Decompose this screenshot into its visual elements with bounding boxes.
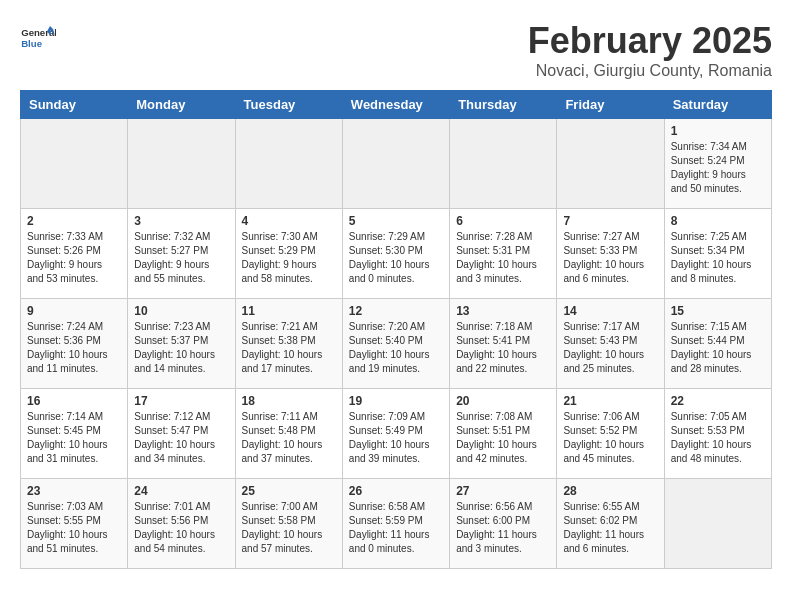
day-info: Sunrise: 7:05 AM Sunset: 5:53 PM Dayligh… <box>671 410 765 466</box>
day-info: Sunrise: 7:25 AM Sunset: 5:34 PM Dayligh… <box>671 230 765 286</box>
day-number: 22 <box>671 394 765 408</box>
day-info: Sunrise: 7:30 AM Sunset: 5:29 PM Dayligh… <box>242 230 336 286</box>
day-number: 3 <box>134 214 228 228</box>
calendar-day-cell: 11Sunrise: 7:21 AM Sunset: 5:38 PM Dayli… <box>235 299 342 389</box>
calendar-day-cell <box>235 119 342 209</box>
day-number: 25 <box>242 484 336 498</box>
calendar-day-cell: 18Sunrise: 7:11 AM Sunset: 5:48 PM Dayli… <box>235 389 342 479</box>
day-number: 16 <box>27 394 121 408</box>
calendar-week-row: 1Sunrise: 7:34 AM Sunset: 5:24 PM Daylig… <box>21 119 772 209</box>
weekday-header-cell: Saturday <box>664 91 771 119</box>
day-number: 21 <box>563 394 657 408</box>
day-info: Sunrise: 7:23 AM Sunset: 5:37 PM Dayligh… <box>134 320 228 376</box>
calendar-week-row: 23Sunrise: 7:03 AM Sunset: 5:55 PM Dayli… <box>21 479 772 569</box>
day-number: 26 <box>349 484 443 498</box>
day-info: Sunrise: 7:03 AM Sunset: 5:55 PM Dayligh… <box>27 500 121 556</box>
day-info: Sunrise: 7:20 AM Sunset: 5:40 PM Dayligh… <box>349 320 443 376</box>
calendar-day-cell: 17Sunrise: 7:12 AM Sunset: 5:47 PM Dayli… <box>128 389 235 479</box>
location-subtitle: Novaci, Giurgiu County, Romania <box>528 62 772 80</box>
calendar-week-row: 16Sunrise: 7:14 AM Sunset: 5:45 PM Dayli… <box>21 389 772 479</box>
day-info: Sunrise: 7:00 AM Sunset: 5:58 PM Dayligh… <box>242 500 336 556</box>
day-info: Sunrise: 7:17 AM Sunset: 5:43 PM Dayligh… <box>563 320 657 376</box>
day-info: Sunrise: 7:09 AM Sunset: 5:49 PM Dayligh… <box>349 410 443 466</box>
calendar-day-cell: 8Sunrise: 7:25 AM Sunset: 5:34 PM Daylig… <box>664 209 771 299</box>
day-number: 4 <box>242 214 336 228</box>
day-info: Sunrise: 7:33 AM Sunset: 5:26 PM Dayligh… <box>27 230 121 286</box>
day-info: Sunrise: 7:21 AM Sunset: 5:38 PM Dayligh… <box>242 320 336 376</box>
day-info: Sunrise: 7:34 AM Sunset: 5:24 PM Dayligh… <box>671 140 765 196</box>
calendar-body: 1Sunrise: 7:34 AM Sunset: 5:24 PM Daylig… <box>21 119 772 569</box>
day-number: 17 <box>134 394 228 408</box>
calendar-day-cell: 3Sunrise: 7:32 AM Sunset: 5:27 PM Daylig… <box>128 209 235 299</box>
calendar-day-cell: 10Sunrise: 7:23 AM Sunset: 5:37 PM Dayli… <box>128 299 235 389</box>
calendar-day-cell: 6Sunrise: 7:28 AM Sunset: 5:31 PM Daylig… <box>450 209 557 299</box>
calendar-day-cell: 22Sunrise: 7:05 AM Sunset: 5:53 PM Dayli… <box>664 389 771 479</box>
calendar-day-cell: 2Sunrise: 7:33 AM Sunset: 5:26 PM Daylig… <box>21 209 128 299</box>
day-info: Sunrise: 6:56 AM Sunset: 6:00 PM Dayligh… <box>456 500 550 556</box>
calendar-day-cell: 20Sunrise: 7:08 AM Sunset: 5:51 PM Dayli… <box>450 389 557 479</box>
weekday-header-cell: Friday <box>557 91 664 119</box>
calendar-table: SundayMondayTuesdayWednesdayThursdayFrid… <box>20 90 772 569</box>
day-info: Sunrise: 7:12 AM Sunset: 5:47 PM Dayligh… <box>134 410 228 466</box>
calendar-day-cell: 12Sunrise: 7:20 AM Sunset: 5:40 PM Dayli… <box>342 299 449 389</box>
day-number: 20 <box>456 394 550 408</box>
day-info: Sunrise: 7:28 AM Sunset: 5:31 PM Dayligh… <box>456 230 550 286</box>
calendar-day-cell <box>21 119 128 209</box>
weekday-header-cell: Wednesday <box>342 91 449 119</box>
month-year-title: February 2025 <box>528 20 772 62</box>
day-info: Sunrise: 7:14 AM Sunset: 5:45 PM Dayligh… <box>27 410 121 466</box>
day-number: 27 <box>456 484 550 498</box>
calendar-day-cell: 13Sunrise: 7:18 AM Sunset: 5:41 PM Dayli… <box>450 299 557 389</box>
day-number: 19 <box>349 394 443 408</box>
calendar-day-cell: 5Sunrise: 7:29 AM Sunset: 5:30 PM Daylig… <box>342 209 449 299</box>
weekday-header-cell: Tuesday <box>235 91 342 119</box>
calendar-day-cell <box>342 119 449 209</box>
calendar-day-cell: 7Sunrise: 7:27 AM Sunset: 5:33 PM Daylig… <box>557 209 664 299</box>
day-number: 7 <box>563 214 657 228</box>
calendar-day-cell: 4Sunrise: 7:30 AM Sunset: 5:29 PM Daylig… <box>235 209 342 299</box>
day-number: 24 <box>134 484 228 498</box>
day-info: Sunrise: 7:18 AM Sunset: 5:41 PM Dayligh… <box>456 320 550 376</box>
calendar-day-cell <box>450 119 557 209</box>
calendar-day-cell: 24Sunrise: 7:01 AM Sunset: 5:56 PM Dayli… <box>128 479 235 569</box>
day-info: Sunrise: 6:55 AM Sunset: 6:02 PM Dayligh… <box>563 500 657 556</box>
calendar-day-cell: 14Sunrise: 7:17 AM Sunset: 5:43 PM Dayli… <box>557 299 664 389</box>
calendar-day-cell: 25Sunrise: 7:00 AM Sunset: 5:58 PM Dayli… <box>235 479 342 569</box>
day-number: 18 <box>242 394 336 408</box>
day-number: 2 <box>27 214 121 228</box>
day-info: Sunrise: 7:06 AM Sunset: 5:52 PM Dayligh… <box>563 410 657 466</box>
day-number: 23 <box>27 484 121 498</box>
day-info: Sunrise: 7:32 AM Sunset: 5:27 PM Dayligh… <box>134 230 228 286</box>
generalblue-logo-icon: General Blue <box>20 20 56 56</box>
calendar-day-cell: 27Sunrise: 6:56 AM Sunset: 6:00 PM Dayli… <box>450 479 557 569</box>
day-info: Sunrise: 7:27 AM Sunset: 5:33 PM Dayligh… <box>563 230 657 286</box>
weekday-header-cell: Sunday <box>21 91 128 119</box>
day-number: 8 <box>671 214 765 228</box>
page-header: General Blue February 2025 Novaci, Giurg… <box>20 20 772 80</box>
svg-text:Blue: Blue <box>21 38 42 49</box>
calendar-day-cell: 26Sunrise: 6:58 AM Sunset: 5:59 PM Dayli… <box>342 479 449 569</box>
day-info: Sunrise: 7:29 AM Sunset: 5:30 PM Dayligh… <box>349 230 443 286</box>
calendar-day-cell: 19Sunrise: 7:09 AM Sunset: 5:49 PM Dayli… <box>342 389 449 479</box>
day-number: 1 <box>671 124 765 138</box>
weekday-header-cell: Thursday <box>450 91 557 119</box>
day-number: 15 <box>671 304 765 318</box>
day-number: 11 <box>242 304 336 318</box>
weekday-header-row: SundayMondayTuesdayWednesdayThursdayFrid… <box>21 91 772 119</box>
day-number: 14 <box>563 304 657 318</box>
day-number: 9 <box>27 304 121 318</box>
day-info: Sunrise: 7:08 AM Sunset: 5:51 PM Dayligh… <box>456 410 550 466</box>
day-number: 10 <box>134 304 228 318</box>
calendar-week-row: 2Sunrise: 7:33 AM Sunset: 5:26 PM Daylig… <box>21 209 772 299</box>
day-number: 6 <box>456 214 550 228</box>
weekday-header-cell: Monday <box>128 91 235 119</box>
calendar-day-cell: 15Sunrise: 7:15 AM Sunset: 5:44 PM Dayli… <box>664 299 771 389</box>
day-number: 28 <box>563 484 657 498</box>
day-number: 13 <box>456 304 550 318</box>
day-info: Sunrise: 7:01 AM Sunset: 5:56 PM Dayligh… <box>134 500 228 556</box>
calendar-day-cell <box>557 119 664 209</box>
title-block: February 2025 Novaci, Giurgiu County, Ro… <box>528 20 772 80</box>
day-info: Sunrise: 7:11 AM Sunset: 5:48 PM Dayligh… <box>242 410 336 466</box>
calendar-day-cell <box>664 479 771 569</box>
calendar-day-cell: 28Sunrise: 6:55 AM Sunset: 6:02 PM Dayli… <box>557 479 664 569</box>
